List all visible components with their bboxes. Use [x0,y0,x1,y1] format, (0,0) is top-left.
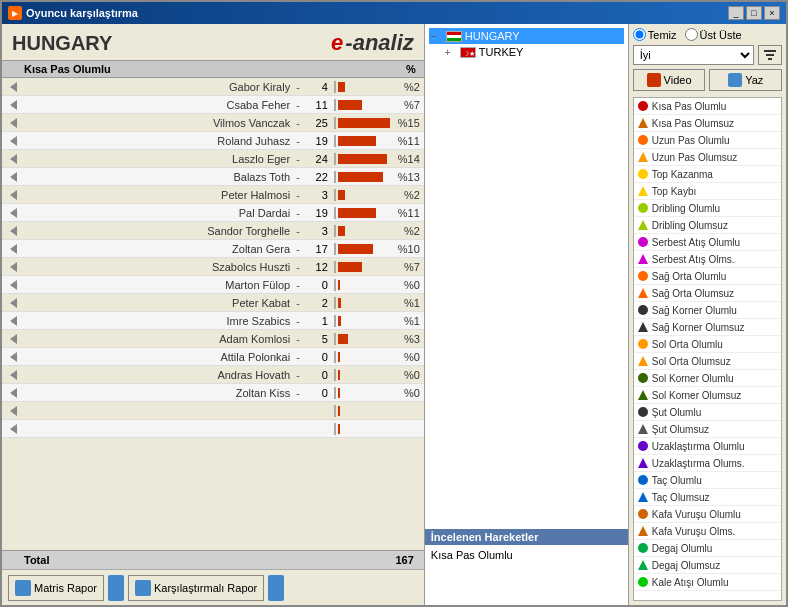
stat-list-item[interactable]: Degaj Olumlu [634,540,781,557]
bar-axis [334,279,336,291]
stat-bar [338,208,377,218]
player-arrow-icon [6,134,20,148]
player-row[interactable]: Szabolcs Huszti - 12 %7 [2,258,424,276]
player-row[interactable]: Attila Polonkai - 0 %0 [2,348,424,366]
player-name: Imre Szabics [20,315,294,327]
stat-list-item[interactable]: Sol Orta Olumsuz [634,353,781,370]
stat-list-item[interactable]: Taç Olumsuz [634,489,781,506]
player-row[interactable]: Marton Fülop - 0 %0 [2,276,424,294]
player-row[interactable]: Adam Komlosi - 5 %3 [2,330,424,348]
stat-list-item[interactable]: Serbest Atış Olms. [634,251,781,268]
stat-circle-icon [638,203,648,213]
stat-list-item[interactable]: Sol Orta Olumlu [634,336,781,353]
player-pct: %0 [390,387,420,399]
bar-axis [334,207,336,219]
player-name: Laszlo Eger [20,153,294,165]
player-arrow-icon [6,224,20,238]
rapor-icon2[interactable] [268,575,284,601]
player-row[interactable]: Zoltan Gera - 17 %10 [2,240,424,258]
stat-circle-icon [638,543,648,553]
player-row[interactable]: Imre Szabics - 1 %1 [2,312,424,330]
stat-list-item[interactable]: Şut Olumsuz [634,421,781,438]
player-row[interactable]: Balazs Toth - 22 %13 [2,168,424,186]
stat-list-item[interactable]: Dribling Olumsuz [634,217,781,234]
stat-triangle-icon [638,186,648,196]
stat-bar [338,100,363,110]
player-row[interactable] [2,402,424,420]
stat-list-item[interactable]: Sağ Orta Olumlu [634,268,781,285]
tree-item-hungary[interactable]: − HUNGARY [429,28,624,44]
video-icon [647,73,661,87]
player-row[interactable]: Andras Hovath - 0 %0 [2,366,424,384]
stat-list-item[interactable]: Kafa Vuruşu Olms. [634,523,781,540]
stat-list-item[interactable]: Şut Olumlu [634,404,781,421]
stat-list-item[interactable]: Uzun Pas Olumlu [634,132,781,149]
iyi-dropdown[interactable]: İyi [633,45,754,65]
stat-list-item[interactable]: Uzaklaştırma Olumlu [634,438,781,455]
total-label: Total [24,554,49,566]
stat-list-item[interactable]: Uzun Pas Olumsuz [634,149,781,166]
tree-item-turkey[interactable]: + ☽★ TURKEY [429,44,624,60]
window-title: Oyuncu karşılaştırma [26,7,138,19]
bar-axis [334,171,336,183]
incelenen-value: Kısa Pas Olumlu [431,549,513,561]
printer-icon [728,73,742,87]
radio-temiz[interactable]: Temiz [633,28,677,41]
stat-list-item[interactable]: Sağ Korner Olumsuz [634,319,781,336]
stat-list-item[interactable]: Top Kazanma [634,166,781,183]
stat-list-item[interactable]: Taç Olumlu [634,472,781,489]
stat-list-item[interactable]: Dribling Olumlu [634,200,781,217]
player-name: Zoltan Kiss [20,387,294,399]
player-dash: - [294,387,302,399]
stat-circle-icon [638,475,648,485]
player-row[interactable]: Csaba Feher - 11 %7 [2,96,424,114]
player-row[interactable]: Peter Halmosi - 3 %2 [2,186,424,204]
radio-ust-uste[interactable]: Üst Üste [685,28,742,41]
stat-list-item[interactable]: Kısa Pas Olumlu [634,98,781,115]
player-row[interactable]: Pal Dardai - 19 %11 [2,204,424,222]
player-number: 0 [302,279,330,291]
close-button[interactable]: × [764,6,780,20]
stat-list-item[interactable]: Sol Korner Olumsuz [634,387,781,404]
title-bar-buttons: _ □ × [728,6,780,20]
player-arrow-icon [6,80,20,94]
yaz-button[interactable]: Yaz [709,69,782,91]
stat-list-item[interactable]: Kafa Vuruşu Olumlu [634,506,781,523]
player-dash: - [294,297,302,309]
video-button[interactable]: Video [633,69,706,91]
player-row[interactable]: Laszlo Eger - 24 %14 [2,150,424,168]
bar-axis [334,243,336,255]
stat-list-item[interactable]: Top Kaybı [634,183,781,200]
stat-list-item[interactable]: Kısa Pas Olumsuz [634,115,781,132]
matris-rapor-button[interactable]: Matris Rapor [8,575,104,601]
filter-button[interactable] [758,45,782,65]
player-pct: %0 [390,351,420,363]
karsilastirmali-rapor-button[interactable]: Karşılaştırmalı Rapor [128,575,264,601]
player-row[interactable]: Peter Kabat - 2 %1 [2,294,424,312]
stat-list-item[interactable]: Degaj Olumsuz [634,557,781,574]
player-row[interactable]: Roland Juhasz - 19 %11 [2,132,424,150]
player-row[interactable]: Sandor Torghelle - 3 %2 [2,222,424,240]
bar-axis [334,225,336,237]
matris-icon2[interactable] [108,575,124,601]
player-row[interactable]: Gabor Kiraly - 4 %2 [2,78,424,96]
player-pct: %2 [390,189,420,201]
player-number: 24 [302,153,330,165]
player-row[interactable] [2,420,424,438]
maximize-button[interactable]: □ [746,6,762,20]
stat-list-item[interactable]: Serbest Atış Olumlu [634,234,781,251]
stat-list-item[interactable]: Sol Korner Olumlu [634,370,781,387]
player-dash: - [294,225,302,237]
stat-list-item[interactable]: Uzaklaştırma Olums. [634,455,781,472]
incelenen-header: İncelenen Hareketler [425,529,628,545]
player-row[interactable]: Vilmos Vanczak - 25 %15 [2,114,424,132]
stat-list-item[interactable]: Kale Atışı Olumlu [634,574,781,591]
players-table: Gabor Kiraly - 4 %2 Csaba Feher - 11 %7 [2,78,424,550]
stat-list-item[interactable]: Sağ Orta Olumsuz [634,285,781,302]
stat-list-item[interactable]: Sağ Korner Olumlu [634,302,781,319]
bar-container [330,189,390,201]
minimize-button[interactable]: _ [728,6,744,20]
stat-label-text: Kısa Pas Olumlu [652,101,726,112]
player-row[interactable]: Zoltan Kiss - 0 %0 [2,384,424,402]
stat-bar [338,424,340,434]
